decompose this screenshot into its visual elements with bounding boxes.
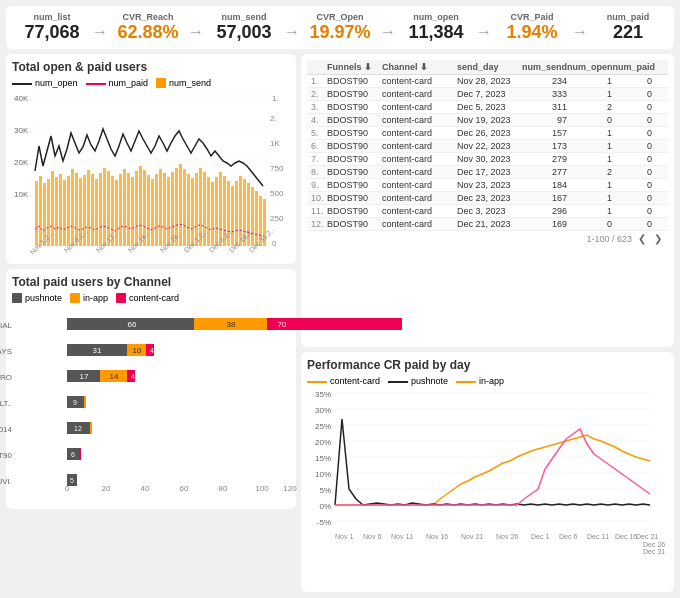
metric-value-cvr_reach: 62.88% <box>117 22 178 43</box>
metric-value-cvr_paid: 1.94% <box>506 22 557 43</box>
cell-channel: content-card <box>382 115 457 125</box>
svg-rect-60 <box>211 182 214 246</box>
svg-rect-116 <box>79 448 81 460</box>
svg-rect-70 <box>251 187 254 246</box>
cell-num-send: 97 <box>522 115 567 125</box>
cell-num-paid: 0 <box>612 102 652 112</box>
cell-num-open: 2 <box>567 167 612 177</box>
svg-text:-5%: -5% <box>317 518 331 527</box>
svg-rect-16 <box>35 181 38 246</box>
cell-num-send: 279 <box>522 154 567 164</box>
svg-text:5: 5 <box>70 477 74 484</box>
svg-text:17: 17 <box>80 372 89 381</box>
cell-send-day: Nov 30, 2023 <box>457 154 522 164</box>
cell-funnel: BDOST90 <box>327 141 382 151</box>
cell-channel: content-card <box>382 102 457 112</box>
metric-label-num_open: num_open <box>413 12 459 22</box>
table-body: 1. BDOST90 content-card Nov 28, 2023 234… <box>307 75 668 230</box>
bar-chart-title: Total paid users by Channel <box>12 275 290 289</box>
cell-channel: content-card <box>382 89 457 99</box>
legend-label-inapp: in-app <box>83 293 108 303</box>
metric-value-num_send: 57,003 <box>216 22 271 43</box>
table-row: 8. BDOST90 content-card Dec 17, 2023 277… <box>307 166 668 179</box>
svg-rect-38 <box>123 169 126 246</box>
cell-send-day: Dec 17, 2023 <box>457 167 522 177</box>
table-row: 3. BDOST90 content-card Dec 5, 2023 311 … <box>307 101 668 114</box>
cell-num-open: 1 <box>567 206 612 216</box>
metric-label-cvr_open: CVR_Open <box>316 12 363 22</box>
legend-contentcard: content-card <box>116 293 179 303</box>
line-chart-panel: Performance CR paid by day content-card … <box>301 352 674 592</box>
svg-rect-48 <box>163 173 166 246</box>
table-row: 1. BDOST90 content-card Nov 28, 2023 234… <box>307 75 668 88</box>
legend-label-pushnote-line: pushnote <box>411 376 448 386</box>
svg-rect-41 <box>135 171 138 246</box>
table-row: 7. BDOST90 content-card Nov 30, 2023 279… <box>307 153 668 166</box>
cell-funnel: BDOST90 <box>327 89 382 99</box>
svg-text:Dec 11: Dec 11 <box>587 533 609 540</box>
cell-send-day: Dec 5, 2023 <box>457 102 522 112</box>
arrow-6: → <box>570 23 590 41</box>
th-num-paid: num_paid <box>613 62 656 72</box>
cell-channel: content-card <box>382 167 457 177</box>
cell-send-day: Dec 26, 2023 <box>457 128 522 138</box>
cell-num-paid: 0 <box>612 167 652 177</box>
arrow-4: → <box>378 23 398 41</box>
svg-rect-23 <box>63 180 66 246</box>
cell-channel: content-card <box>382 154 457 164</box>
svg-text:Nov 21: Nov 21 <box>461 533 483 540</box>
open-paid-chart-panel: Total open & paid users num_open num_pai… <box>6 54 296 264</box>
line-chart-title: Performance CR paid by day <box>307 358 668 372</box>
cell-channel: content-card <box>382 180 457 190</box>
cell-send-day: Nov 23, 2023 <box>457 180 522 190</box>
table-row: 4. BDOST90 content-card Nov 19, 2023 97 … <box>307 114 668 127</box>
svg-text:NORENEW77014: NORENEW77014 <box>0 425 13 434</box>
cell-num-paid: 0 <box>612 193 652 203</box>
table-row: 6. BDOST90 content-card Nov 22, 2023 173… <box>307 140 668 153</box>
svg-text:Nov 11: Nov 11 <box>391 533 413 540</box>
svg-rect-61 <box>215 177 218 246</box>
legend-num-paid: num_paid <box>86 78 149 88</box>
prev-page-button[interactable]: ❮ <box>636 233 648 244</box>
cell-num-send: 169 <box>522 219 567 229</box>
cell-channel: content-card <box>382 206 457 216</box>
svg-text:40K: 40K <box>14 94 29 103</box>
svg-rect-29 <box>87 170 90 246</box>
svg-text:Nov 16: Nov 16 <box>426 533 448 540</box>
cell-num-open: 1 <box>567 154 612 164</box>
svg-text:750: 750 <box>270 164 284 173</box>
cell-num-send: 167 <box>522 193 567 203</box>
arrow-5: → <box>474 23 494 41</box>
metrics-row: num_list77,068→CVR_Reach62.88%→num_send5… <box>6 6 674 49</box>
svg-text:60: 60 <box>180 484 189 493</box>
table-row: 11. BDOST90 content-card Dec 3, 2023 296… <box>307 205 668 218</box>
cell-num-send: 184 <box>522 180 567 190</box>
svg-text:Dec 1: Dec 1 <box>531 533 549 540</box>
cell-funnel: BDOST90 <box>327 219 382 229</box>
cell-channel: content-card <box>382 193 457 203</box>
svg-text:Dec 16: Dec 16 <box>615 533 637 540</box>
svg-rect-40 <box>131 177 134 246</box>
legend-bar-num-send <box>156 78 166 88</box>
legend-label-pushnote: pushnote <box>25 293 62 303</box>
svg-rect-17 <box>39 176 42 246</box>
svg-text:TRIALTOFULLT..: TRIALTOFULLT.. <box>0 399 12 408</box>
legend-color-pushnote <box>12 293 22 303</box>
legend-label-num-open: num_open <box>35 78 78 88</box>
cell-num-paid: 0 <box>612 76 652 86</box>
open-paid-chart-title: Total open & paid users <box>12 60 290 74</box>
svg-rect-65 <box>231 186 234 246</box>
cell-send-day: Nov 19, 2023 <box>457 115 522 125</box>
arrow-3: → <box>282 23 302 41</box>
metric-num_open: num_open11,384 <box>398 12 474 43</box>
dashboard: num_list77,068→CVR_Reach62.88%→num_send5… <box>0 0 680 598</box>
svg-text:0%: 0% <box>319 502 331 511</box>
svg-text:6: 6 <box>71 451 75 458</box>
bar-chart-svg: PROMOTETRIAL RENEWIT030AYS MASSPRO TRIAL… <box>12 306 290 491</box>
svg-text:BDOST90: BDOST90 <box>0 451 13 460</box>
cell-send-day: Nov 22, 2023 <box>457 141 522 151</box>
svg-text:Dec 21: Dec 21 <box>636 533 658 540</box>
table-row: 5. BDOST90 content-card Dec 26, 2023 157… <box>307 127 668 140</box>
next-page-button[interactable]: ❯ <box>652 233 664 244</box>
cell-send-day: Dec 23, 2023 <box>457 193 522 203</box>
